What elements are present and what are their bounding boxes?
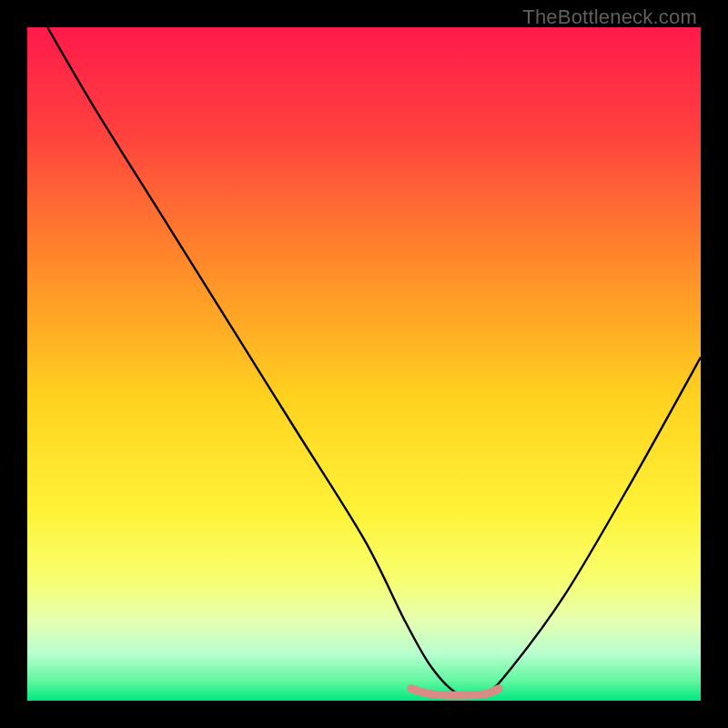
chart-svg — [27, 27, 701, 701]
plot-area — [27, 27, 701, 701]
gradient-background — [27, 27, 701, 701]
watermark-text: TheBottleneck.com — [522, 5, 697, 29]
outer-frame: TheBottleneck.com — [0, 0, 728, 728]
